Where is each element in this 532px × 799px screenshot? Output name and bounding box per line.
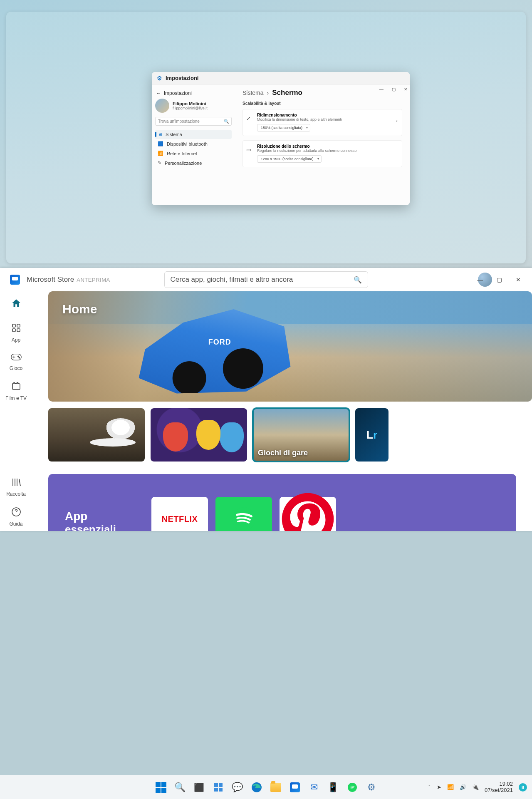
nav-label: Dispositivi bluetooth	[167, 141, 208, 146]
start-button[interactable]	[153, 779, 169, 795]
side-label: Raccolta	[6, 491, 26, 497]
minimize-button[interactable]: —	[379, 87, 384, 92]
nav-item-personalizzazione[interactable]: ✎ Personalizzazione	[155, 158, 232, 168]
side-label: App	[12, 337, 20, 343]
svg-rect-11	[214, 783, 218, 787]
edge-icon	[251, 782, 262, 793]
taskbar-phone[interactable]: 📱	[325, 779, 341, 795]
spotify-icon	[347, 782, 357, 792]
setting-card-resolution[interactable]: ▭ Risoluzione dello schermo Regolare la …	[242, 140, 402, 167]
store-icon	[290, 782, 300, 792]
home-icon	[11, 298, 22, 311]
setting-card-scale[interactable]: ⤢ › Ridimensionamento Modifica la dimens…	[242, 109, 402, 136]
wifi-icon: 📶	[158, 151, 163, 156]
battery-icon[interactable]: 🔌	[472, 784, 479, 790]
window-controls: — ▢ ✕	[470, 268, 528, 291]
side-item-raccolta[interactable]: Raccolta	[2, 474, 31, 501]
taskbar-store[interactable]	[287, 779, 303, 795]
game-icon	[11, 353, 22, 364]
side-item-home[interactable]	[2, 294, 31, 317]
nav-item-rete[interactable]: 📶 Rete e Internet	[155, 149, 232, 158]
nav-label: Rete e Internet	[167, 151, 197, 156]
maximize-button[interactable]: ▢	[490, 276, 509, 283]
store-main: Home ◄ Giochi di gare Lr App essenziali	[32, 291, 532, 531]
task-view-card[interactable]: ⚙ Impostazioni — ▢ ✕ ← Impostazioni	[6, 12, 526, 263]
side-item-guida[interactable]: Guida	[2, 503, 31, 531]
breadcrumb-current: Schermo	[272, 89, 302, 97]
chevron-right-icon: ›	[396, 118, 398, 124]
location-icon[interactable]: ➤	[437, 784, 441, 790]
app-tile-spotify[interactable]	[215, 497, 272, 531]
app-tile-netflix[interactable]: NETFLIX	[151, 497, 208, 531]
notification-badge[interactable]: 8	[519, 783, 527, 792]
search-icon: 🔍	[174, 782, 186, 793]
maximize-button[interactable]: ▢	[392, 87, 396, 92]
scale-value: 150% (scelta consigliata)	[261, 126, 302, 130]
store-window: Microsoft Store ANTEPRIMA Cerca app, gio…	[0, 268, 532, 531]
settings-window-preview[interactable]: ⚙ Impostazioni — ▢ ✕ ← Impostazioni	[152, 72, 410, 205]
spotify-icon	[232, 507, 255, 531]
thumb-racing-games[interactable]: Giochi di gare	[253, 408, 349, 462]
lr-letter: r	[373, 429, 377, 442]
breadcrumb: Sistema › Schermo	[242, 89, 402, 97]
back-button[interactable]: ← Impostazioni	[156, 90, 232, 96]
breadcrumb-root[interactable]: Sistema	[242, 89, 264, 96]
close-button[interactable]: ✕	[509, 276, 528, 283]
task-view-button[interactable]: ⬛	[191, 779, 207, 795]
window-controls: — ▢ ✕	[379, 87, 407, 92]
user-account-block[interactable]: Filippo Molinini filippomolinini@live.it	[155, 99, 232, 113]
taskbar-search[interactable]: 🔍	[172, 779, 188, 795]
side-item-app[interactable]: App	[2, 319, 31, 347]
thumb-among-us[interactable]	[151, 408, 247, 462]
resolution-desc: Regolare la risoluzione per adattarla al…	[257, 149, 398, 153]
settings-titlebar: ⚙ Impostazioni	[152, 72, 410, 84]
svg-rect-13	[214, 788, 218, 792]
taskbar-mail[interactable]: ✉	[306, 779, 322, 795]
lr-letter: L	[366, 429, 373, 442]
store-titlebar: Microsoft Store ANTEPRIMA Cerca app, gio…	[0, 268, 532, 291]
widgets-button[interactable]	[210, 779, 226, 795]
settings-sidebar: ← Impostazioni Filippo Molinini filippom…	[152, 84, 235, 205]
wifi-icon[interactable]: 📶	[447, 784, 454, 790]
taskbar: 🔍 ⬛ 💬 ✉ 📱 ⚙ ˄ ➤ 📶 🔊 🔌 19:02 07/set/2021 …	[0, 775, 532, 799]
back-label: Impostazioni	[164, 90, 192, 96]
store-app-name: Microsoft Store	[27, 275, 74, 284]
settings-search-input[interactable]: Trova un'impostazione 🔍	[155, 117, 232, 126]
store-search-input[interactable]: Cerca app, giochi, filmati e altro ancor…	[164, 271, 368, 288]
taskbar-edge[interactable]	[249, 779, 265, 795]
nav-label: Sistema	[166, 132, 182, 137]
side-label: Gioco	[10, 365, 22, 371]
thumb-productivity[interactable]	[48, 408, 145, 462]
taskbar-center: 🔍 ⬛ 💬 ✉ 📱 ⚙	[153, 779, 379, 795]
netflix-logo: NETFLIX	[162, 514, 198, 524]
taskbar-settings[interactable]: ⚙	[364, 779, 379, 795]
side-item-gioco[interactable]: Gioco	[2, 349, 31, 375]
nav-item-sistema[interactable]: 🖥 Sistema	[155, 130, 232, 139]
app-tile-pinterest[interactable]	[280, 497, 336, 531]
side-item-film[interactable]: Film e TV	[2, 377, 31, 405]
minimize-button[interactable]: —	[470, 276, 490, 283]
scale-dropdown[interactable]: 150% (scelta consigliata)	[257, 124, 310, 132]
hero-banner[interactable]: Home	[48, 291, 532, 402]
nav-item-bluetooth[interactable]: 🟦 Dispositivi bluetooth	[155, 139, 232, 149]
taskbar-spotify[interactable]	[344, 779, 360, 795]
bluetooth-icon: 🟦	[158, 141, 163, 146]
thumb-label: Giochi di gare	[258, 449, 308, 457]
taskbar-explorer[interactable]	[268, 779, 284, 795]
notification-count: 8	[522, 785, 524, 790]
resolution-dropdown[interactable]: 1280 x 1920 (scelta consigliata)	[257, 155, 322, 163]
store-sidebar: App Gioco Film e TV Raccolta	[0, 291, 32, 531]
taskbar-chat[interactable]: 💬	[230, 779, 245, 795]
close-button[interactable]: ✕	[404, 87, 407, 92]
windows-logo-icon	[156, 782, 166, 793]
svg-rect-3	[17, 329, 20, 332]
chevron-up-icon[interactable]: ˄	[428, 784, 431, 790]
thumb-lightroom[interactable]: Lr	[355, 408, 388, 462]
taskbar-clock[interactable]: 19:02 07/set/2021	[485, 781, 513, 794]
svg-rect-7	[12, 384, 20, 390]
apps-icon	[11, 323, 21, 335]
help-icon	[11, 507, 21, 519]
svg-point-5	[17, 356, 18, 357]
settings-window-title: Impostazioni	[166, 75, 198, 81]
volume-icon[interactable]: 🔊	[460, 784, 466, 790]
